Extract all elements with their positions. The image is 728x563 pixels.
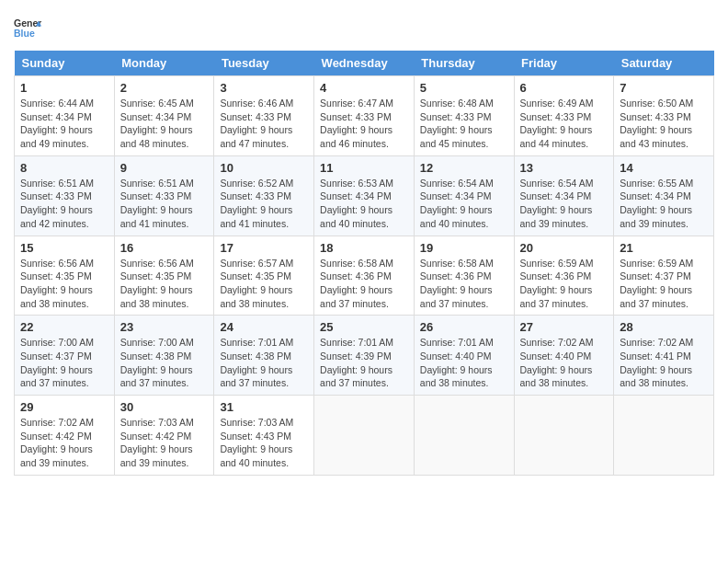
day-number: 28 (620, 320, 708, 334)
day-cell: 8 Sunrise: 6:51 AM Sunset: 4:33 PM Dayli… (15, 155, 115, 236)
day-cell: 21 Sunrise: 6:59 AM Sunset: 4:37 PM Dayl… (614, 236, 714, 316)
day-cell: 30 Sunrise: 7:03 AM Sunset: 4:42 PM Dayl… (114, 396, 214, 476)
day-detail: Sunrise: 6:48 AM Sunset: 4:33 PM Dayligh… (420, 97, 508, 151)
day-cell: 1 Sunrise: 6:44 AM Sunset: 4:34 PM Dayli… (15, 76, 115, 156)
day-number: 4 (320, 81, 408, 95)
day-number: 27 (520, 320, 609, 334)
day-detail: Sunrise: 7:03 AM Sunset: 4:42 PM Dayligh… (120, 416, 209, 470)
day-number: 6 (520, 81, 609, 95)
day-detail: Sunrise: 7:00 AM Sunset: 4:38 PM Dayligh… (120, 336, 209, 390)
day-number: 11 (320, 161, 408, 175)
day-number: 8 (20, 161, 108, 175)
day-number: 14 (620, 161, 708, 175)
day-detail: Sunrise: 6:56 AM Sunset: 4:35 PM Dayligh… (20, 257, 108, 311)
day-number: 24 (220, 320, 308, 334)
weekday-saturday: Saturday (614, 51, 714, 76)
day-number: 13 (520, 161, 609, 175)
day-number: 2 (120, 81, 209, 95)
day-cell: 18 Sunrise: 6:58 AM Sunset: 4:36 PM Dayl… (314, 236, 415, 316)
svg-text:Blue: Blue (14, 28, 35, 39)
day-detail: Sunrise: 7:02 AM Sunset: 4:41 PM Dayligh… (620, 336, 708, 390)
day-detail: Sunrise: 6:58 AM Sunset: 4:36 PM Dayligh… (320, 257, 408, 311)
day-detail: Sunrise: 7:01 AM Sunset: 4:39 PM Dayligh… (320, 336, 408, 390)
day-detail: Sunrise: 6:59 AM Sunset: 4:36 PM Dayligh… (520, 257, 609, 311)
day-cell: 7 Sunrise: 6:50 AM Sunset: 4:33 PM Dayli… (614, 76, 714, 156)
day-detail: Sunrise: 6:51 AM Sunset: 4:33 PM Dayligh… (120, 177, 209, 231)
day-number: 29 (20, 400, 108, 414)
day-number: 20 (520, 241, 609, 255)
day-number: 1 (20, 81, 108, 95)
day-cell: 5 Sunrise: 6:48 AM Sunset: 4:33 PM Dayli… (414, 76, 514, 156)
day-number: 15 (20, 241, 108, 255)
day-number: 17 (220, 241, 308, 255)
day-number: 25 (320, 320, 408, 334)
weekday-sunday: Sunday (15, 51, 115, 76)
day-cell: 14 Sunrise: 6:55 AM Sunset: 4:34 PM Dayl… (614, 155, 714, 236)
day-detail: Sunrise: 6:44 AM Sunset: 4:34 PM Dayligh… (20, 97, 108, 151)
day-detail: Sunrise: 7:02 AM Sunset: 4:40 PM Dayligh… (520, 336, 609, 390)
day-cell: 12 Sunrise: 6:54 AM Sunset: 4:34 PM Dayl… (414, 155, 514, 236)
day-cell: 16 Sunrise: 6:56 AM Sunset: 4:35 PM Dayl… (114, 236, 214, 316)
day-cell: 2 Sunrise: 6:45 AM Sunset: 4:34 PM Dayli… (114, 76, 214, 156)
weekday-thursday: Thursday (414, 51, 514, 76)
day-detail: Sunrise: 6:49 AM Sunset: 4:33 PM Dayligh… (520, 97, 609, 151)
day-number: 10 (220, 161, 308, 175)
day-number: 9 (120, 161, 209, 175)
day-cell: 25 Sunrise: 7:01 AM Sunset: 4:39 PM Dayl… (314, 316, 415, 396)
weekday-header: SundayMondayTuesdayWednesdayThursdayFrid… (15, 51, 714, 76)
logo: General Blue (14, 14, 41, 41)
day-cell: 31 Sunrise: 7:03 AM Sunset: 4:43 PM Dayl… (214, 396, 314, 476)
day-number: 21 (620, 241, 708, 255)
day-detail: Sunrise: 7:01 AM Sunset: 4:38 PM Dayligh… (220, 336, 308, 390)
day-detail: Sunrise: 6:53 AM Sunset: 4:34 PM Dayligh… (320, 177, 408, 231)
day-number: 22 (20, 320, 108, 334)
day-detail: Sunrise: 7:00 AM Sunset: 4:37 PM Dayligh… (20, 336, 108, 390)
weekday-friday: Friday (514, 51, 614, 76)
calendar-table: SundayMondayTuesdayWednesdayThursdayFrid… (14, 51, 714, 476)
day-cell: 11 Sunrise: 6:53 AM Sunset: 4:34 PM Dayl… (314, 155, 415, 236)
day-cell: 19 Sunrise: 6:58 AM Sunset: 4:36 PM Dayl… (414, 236, 514, 316)
week-row-2: 8 Sunrise: 6:51 AM Sunset: 4:33 PM Dayli… (15, 155, 714, 236)
day-cell: 9 Sunrise: 6:51 AM Sunset: 4:33 PM Dayli… (114, 155, 214, 236)
weekday-tuesday: Tuesday (214, 51, 314, 76)
day-cell: 6 Sunrise: 6:49 AM Sunset: 4:33 PM Dayli… (514, 76, 614, 156)
day-detail: Sunrise: 6:55 AM Sunset: 4:34 PM Dayligh… (620, 177, 708, 231)
day-detail: Sunrise: 6:54 AM Sunset: 4:34 PM Dayligh… (420, 177, 508, 231)
day-number: 30 (120, 400, 209, 414)
weekday-monday: Monday (114, 51, 214, 76)
day-detail: Sunrise: 6:50 AM Sunset: 4:33 PM Dayligh… (620, 97, 708, 151)
day-number: 16 (120, 241, 209, 255)
day-cell: 15 Sunrise: 6:56 AM Sunset: 4:35 PM Dayl… (15, 236, 115, 316)
day-number: 5 (420, 81, 508, 95)
day-detail: Sunrise: 6:47 AM Sunset: 4:33 PM Dayligh… (320, 97, 408, 151)
day-cell: 23 Sunrise: 7:00 AM Sunset: 4:38 PM Dayl… (114, 316, 214, 396)
day-cell: 27 Sunrise: 7:02 AM Sunset: 4:40 PM Dayl… (514, 316, 614, 396)
day-cell: 26 Sunrise: 7:01 AM Sunset: 4:40 PM Dayl… (414, 316, 514, 396)
day-detail: Sunrise: 7:01 AM Sunset: 4:40 PM Dayligh… (420, 336, 508, 390)
day-detail: Sunrise: 6:58 AM Sunset: 4:36 PM Dayligh… (420, 257, 508, 311)
day-number: 3 (220, 81, 308, 95)
weekday-wednesday: Wednesday (314, 51, 415, 76)
day-detail: Sunrise: 6:45 AM Sunset: 4:34 PM Dayligh… (120, 97, 209, 151)
day-cell: 24 Sunrise: 7:01 AM Sunset: 4:38 PM Dayl… (214, 316, 314, 396)
day-detail: Sunrise: 7:03 AM Sunset: 4:43 PM Dayligh… (220, 416, 308, 470)
svg-text:General: General (14, 17, 41, 29)
day-cell (314, 396, 415, 476)
day-cell (514, 396, 614, 476)
header: General Blue (14, 14, 714, 41)
day-detail: Sunrise: 7:02 AM Sunset: 4:42 PM Dayligh… (20, 416, 108, 470)
day-cell (414, 396, 514, 476)
day-cell: 20 Sunrise: 6:59 AM Sunset: 4:36 PM Dayl… (514, 236, 614, 316)
day-detail: Sunrise: 6:46 AM Sunset: 4:33 PM Dayligh… (220, 97, 308, 151)
week-row-4: 22 Sunrise: 7:00 AM Sunset: 4:37 PM Dayl… (15, 316, 714, 396)
day-cell (614, 396, 714, 476)
week-row-3: 15 Sunrise: 6:56 AM Sunset: 4:35 PM Dayl… (15, 236, 714, 316)
week-row-1: 1 Sunrise: 6:44 AM Sunset: 4:34 PM Dayli… (15, 76, 714, 156)
day-cell: 29 Sunrise: 7:02 AM Sunset: 4:42 PM Dayl… (15, 396, 115, 476)
day-cell: 4 Sunrise: 6:47 AM Sunset: 4:33 PM Dayli… (314, 76, 415, 156)
day-number: 7 (620, 81, 708, 95)
day-number: 19 (420, 241, 508, 255)
day-cell: 3 Sunrise: 6:46 AM Sunset: 4:33 PM Dayli… (214, 76, 314, 156)
day-number: 18 (320, 241, 408, 255)
day-detail: Sunrise: 6:51 AM Sunset: 4:33 PM Dayligh… (20, 177, 108, 231)
